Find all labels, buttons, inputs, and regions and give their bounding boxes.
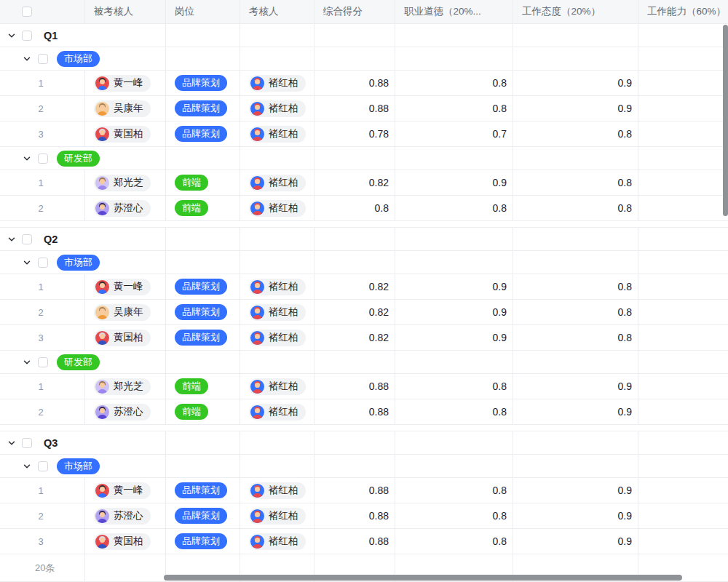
quarter-checkbox[interactable] bbox=[22, 31, 32, 41]
row-index-cell[interactable]: 2 bbox=[0, 399, 85, 424]
department-group-cell[interactable]: 市场部 bbox=[0, 47, 166, 70]
person-cell[interactable]: 黄一峰 bbox=[85, 71, 166, 95]
position-cell[interactable]: 品牌策划 bbox=[166, 71, 240, 95]
row-index-cell[interactable]: 3 bbox=[0, 121, 85, 146]
score-cell[interactable]: 0.8 bbox=[314, 196, 395, 220]
score-cell[interactable]: 0.78 bbox=[314, 121, 395, 146]
attitude-cell[interactable]: 0.9 bbox=[513, 71, 638, 95]
header-cell-ethics[interactable]: 职业道德（20%... bbox=[395, 0, 513, 23]
person-cell[interactable]: 黄国柏 bbox=[85, 121, 166, 146]
row-index-cell[interactable]: 1 bbox=[0, 71, 85, 95]
ability-cell[interactable] bbox=[638, 196, 728, 220]
chevron-down-icon[interactable] bbox=[23, 258, 31, 267]
chevron-down-icon[interactable] bbox=[7, 439, 16, 447]
ethics-cell[interactable]: 0.8 bbox=[395, 196, 513, 220]
attitude-cell[interactable]: 0.8 bbox=[513, 170, 638, 195]
position-cell[interactable]: 品牌策划 bbox=[166, 300, 240, 324]
position-cell[interactable]: 前端 bbox=[166, 196, 240, 220]
ability-cell[interactable] bbox=[638, 478, 728, 503]
department-group-cell[interactable]: 研发部 bbox=[0, 147, 166, 170]
reviewer-cell[interactable]: 褚红柏 bbox=[240, 399, 314, 424]
attitude-cell[interactable]: 0.8 bbox=[513, 325, 638, 350]
person-cell[interactable]: 黄一峰 bbox=[85, 478, 166, 503]
position-cell[interactable]: 品牌策划 bbox=[166, 121, 240, 146]
chevron-down-icon[interactable] bbox=[23, 154, 31, 163]
ethics-cell[interactable]: 0.7 bbox=[395, 121, 513, 146]
ethics-cell[interactable]: 0.9 bbox=[395, 170, 513, 195]
horizontal-scrollbar-thumb[interactable] bbox=[164, 575, 682, 581]
person-cell[interactable]: 郑光芝 bbox=[85, 374, 166, 399]
reviewer-cell[interactable]: 褚红柏 bbox=[240, 503, 314, 528]
person-cell[interactable]: 黄一峰 bbox=[85, 274, 166, 299]
department-checkbox[interactable] bbox=[38, 258, 48, 268]
reviewer-cell[interactable]: 褚红柏 bbox=[240, 300, 314, 324]
score-cell[interactable]: 0.82 bbox=[314, 325, 395, 350]
reviewer-cell[interactable]: 褚红柏 bbox=[240, 274, 314, 299]
quarter-group-cell[interactable]: Q3 bbox=[0, 431, 166, 454]
attitude-cell[interactable]: 0.9 bbox=[513, 96, 638, 121]
ability-cell[interactable] bbox=[638, 170, 728, 195]
ability-cell[interactable] bbox=[638, 96, 728, 121]
ethics-cell[interactable]: 0.9 bbox=[395, 325, 513, 350]
row-index-cell[interactable]: 3 bbox=[0, 325, 85, 350]
attitude-cell[interactable]: 0.9 bbox=[513, 478, 638, 503]
person-cell[interactable]: 黄国柏 bbox=[85, 529, 166, 554]
ability-cell[interactable] bbox=[638, 300, 728, 324]
person-cell[interactable]: 郑光芝 bbox=[85, 170, 166, 195]
ethics-cell[interactable]: 0.8 bbox=[395, 374, 513, 399]
reviewer-cell[interactable]: 褚红柏 bbox=[240, 478, 314, 503]
reviewer-cell[interactable]: 褚红柏 bbox=[240, 170, 314, 195]
ethics-cell[interactable]: 0.8 bbox=[395, 96, 513, 121]
ability-cell[interactable] bbox=[638, 274, 728, 299]
chevron-down-icon[interactable] bbox=[7, 235, 16, 244]
score-cell[interactable]: 0.88 bbox=[314, 96, 395, 121]
row-index-cell[interactable]: 3 bbox=[0, 529, 85, 554]
score-cell[interactable]: 0.88 bbox=[314, 478, 395, 503]
position-cell[interactable]: 品牌策划 bbox=[166, 503, 240, 528]
header-cell-position[interactable]: 岗位 bbox=[166, 0, 240, 23]
chevron-down-icon[interactable] bbox=[23, 462, 31, 471]
position-cell[interactable]: 品牌策划 bbox=[166, 529, 240, 554]
row-index-cell[interactable]: 2 bbox=[0, 196, 85, 220]
row-index-cell[interactable]: 1 bbox=[0, 274, 85, 299]
chevron-down-icon[interactable] bbox=[7, 31, 16, 40]
position-cell[interactable]: 品牌策划 bbox=[166, 478, 240, 503]
attitude-cell[interactable]: 0.8 bbox=[513, 196, 638, 220]
person-cell[interactable]: 苏澄心 bbox=[85, 196, 166, 220]
score-cell[interactable]: 0.82 bbox=[314, 170, 395, 195]
row-index-cell[interactable]: 1 bbox=[0, 478, 85, 503]
quarter-checkbox[interactable] bbox=[22, 438, 32, 448]
ability-cell[interactable] bbox=[638, 71, 728, 95]
ethics-cell[interactable]: 0.8 bbox=[395, 478, 513, 503]
ability-cell[interactable] bbox=[638, 325, 728, 350]
person-cell[interactable]: 吴康年 bbox=[85, 96, 166, 121]
row-index-cell[interactable]: 2 bbox=[0, 503, 85, 528]
ability-cell[interactable] bbox=[638, 503, 728, 528]
vertical-scrollbar-thumb[interactable] bbox=[723, 25, 728, 216]
attitude-cell[interactable]: 0.8 bbox=[513, 274, 638, 299]
quarter-group-cell[interactable]: Q2 bbox=[0, 228, 166, 250]
department-checkbox[interactable] bbox=[38, 154, 48, 164]
row-index-cell[interactable]: 2 bbox=[0, 96, 85, 121]
attitude-cell[interactable]: 0.9 bbox=[513, 374, 638, 399]
chevron-down-icon[interactable] bbox=[23, 55, 31, 63]
position-cell[interactable]: 品牌策划 bbox=[166, 325, 240, 350]
ethics-cell[interactable]: 0.9 bbox=[395, 274, 513, 299]
person-cell[interactable]: 苏澄心 bbox=[85, 399, 166, 424]
score-cell[interactable]: 0.82 bbox=[314, 274, 395, 299]
position-cell[interactable]: 前端 bbox=[166, 170, 240, 195]
ability-cell[interactable] bbox=[638, 399, 728, 424]
ability-cell[interactable] bbox=[638, 374, 728, 399]
reviewer-cell[interactable]: 褚红柏 bbox=[240, 96, 314, 121]
department-group-cell[interactable]: 市场部 bbox=[0, 251, 166, 274]
attitude-cell[interactable]: 0.9 bbox=[513, 529, 638, 554]
header-cell-score[interactable]: 综合得分 bbox=[314, 0, 395, 23]
quarter-group-cell[interactable]: Q1 bbox=[0, 24, 166, 47]
department-checkbox[interactable] bbox=[38, 357, 48, 367]
person-cell[interactable]: 吴康年 bbox=[85, 300, 166, 324]
quarter-checkbox[interactable] bbox=[22, 234, 32, 244]
reviewer-cell[interactable]: 褚红柏 bbox=[240, 325, 314, 350]
department-checkbox[interactable] bbox=[38, 461, 48, 471]
attitude-cell[interactable]: 0.8 bbox=[513, 121, 638, 146]
person-cell[interactable]: 苏澄心 bbox=[85, 503, 166, 528]
